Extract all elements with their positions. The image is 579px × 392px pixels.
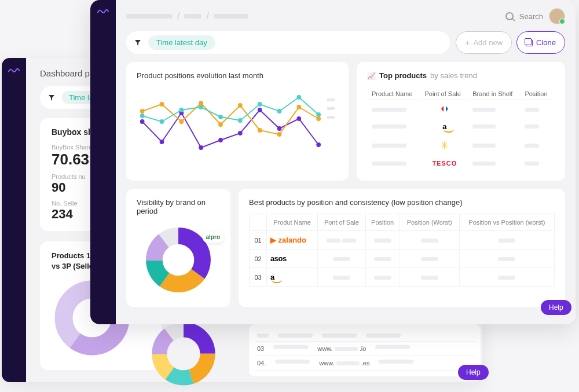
svg-point-37 <box>296 95 301 100</box>
svg-point-27 <box>296 105 301 109</box>
svg-point-38 <box>316 112 321 117</box>
search-placeholder[interactable]: Search <box>519 12 543 21</box>
front-content: / / Search Time latest day + Add new <box>116 0 576 324</box>
help-button[interactable]: Help <box>458 365 489 380</box>
amazon-logo-icon: a <box>442 122 446 131</box>
table-row[interactable]: a <box>368 119 554 134</box>
back-url-table: 03 www. .io 04. www. .es <box>249 324 481 376</box>
svg-point-22 <box>199 101 203 105</box>
clone-button[interactable]: Clone <box>516 31 565 54</box>
svg-point-21 <box>179 119 184 124</box>
svg-point-30 <box>160 119 164 124</box>
svg-point-16 <box>277 126 282 131</box>
svg-point-24 <box>238 103 243 108</box>
col-header: Position <box>365 214 400 231</box>
best-products-card: Best products by position and consistenc… <box>239 189 565 307</box>
svg-point-9 <box>140 119 145 124</box>
svg-point-13 <box>218 138 223 142</box>
svg-point-33 <box>218 115 223 119</box>
secondary-donut <box>146 316 227 391</box>
add-new-button[interactable]: + Add new <box>456 31 512 54</box>
row-index: 04. <box>257 360 266 367</box>
col-header: Brand in Shelf <box>469 88 520 100</box>
asos-logo-icon: asos <box>270 254 287 263</box>
row-index: 03 <box>257 345 264 352</box>
table-row[interactable]: ✳ <box>368 135 554 155</box>
url-prefix: www. <box>319 360 334 367</box>
url-suffix: .io <box>360 345 367 352</box>
table-row: 03 www. .io <box>255 342 475 356</box>
svg-point-18 <box>316 142 321 147</box>
tesco-logo-icon: TESCO <box>432 160 457 167</box>
carrefour-logo-icon <box>439 105 450 114</box>
filter-bar[interactable]: Time latest day <box>126 31 450 54</box>
col-header: Position vs Position (worst) <box>459 214 554 231</box>
alpro-badge: alpro <box>203 232 223 243</box>
table-row[interactable]: TESCO <box>368 156 554 170</box>
table-row[interactable]: 03 a <box>250 268 555 287</box>
svg-point-32 <box>199 105 203 109</box>
col-header: Position (Worst) <box>400 214 459 231</box>
svg-rect-41 <box>327 116 335 119</box>
svg-point-14 <box>238 131 243 135</box>
svg-point-34 <box>238 118 243 123</box>
table-row[interactable] <box>368 101 554 118</box>
chart-up-icon: 📈 <box>367 72 376 80</box>
svg-point-20 <box>160 102 164 107</box>
table-row[interactable]: 01 ▶ zalando <box>250 231 555 250</box>
url-prefix: www. <box>317 345 332 352</box>
topbar: / / Search <box>126 8 565 24</box>
svg-point-23 <box>218 122 223 127</box>
amazon-logo-icon: a <box>270 273 274 281</box>
front-sidebar <box>90 0 116 324</box>
plus-icon: + <box>465 38 470 47</box>
svg-point-19 <box>140 109 145 113</box>
svg-point-29 <box>140 113 145 118</box>
best-products-title: Best products by position and consistenc… <box>249 198 555 207</box>
table-row[interactable]: 02 asos <box>250 250 555 268</box>
search-icon[interactable] <box>505 12 514 20</box>
row-index: 02 <box>254 255 261 262</box>
logo-icon <box>97 7 109 15</box>
top-products-subtitle: by sales trend <box>430 71 477 80</box>
row-index: 01 <box>254 237 261 244</box>
col-header: Pont of Sale <box>318 214 366 231</box>
svg-point-31 <box>179 108 184 112</box>
positions-evolution-card: Product positions evolution last month <box>126 62 349 181</box>
back-sidebar <box>2 58 26 382</box>
svg-point-25 <box>258 128 262 133</box>
logo-icon <box>8 66 20 74</box>
col-header: Position <box>521 88 554 100</box>
table-row <box>255 330 475 342</box>
best-products-table: Produt Name Pont of Sale Position Positi… <box>249 214 555 287</box>
col-header: Product Name <box>368 88 420 100</box>
avatar[interactable] <box>549 8 565 24</box>
svg-point-26 <box>277 132 282 137</box>
zalando-logo-icon: ▶ zalando <box>270 236 306 244</box>
filter-chip[interactable]: Time latest day <box>148 35 215 50</box>
url-suffix: .es <box>361 360 370 367</box>
visibility-title: Visibility by brand on period <box>137 198 220 215</box>
table-row: 04. www. .es <box>255 356 475 371</box>
filter-icon <box>134 39 141 46</box>
add-new-label: Add new <box>473 38 503 47</box>
front-dashboard-window: / / Search Time latest day + Add new <box>90 0 576 324</box>
svg-point-15 <box>258 108 262 112</box>
svg-point-12 <box>199 145 203 150</box>
svg-point-17 <box>296 116 301 121</box>
svg-point-28 <box>316 116 321 121</box>
search-area: Search <box>505 8 565 24</box>
top-products-table: Product Name Point of Sale Brand in Shel… <box>367 87 555 171</box>
visibility-card: Visibility by brand on period alpro <box>126 189 230 307</box>
svg-rect-39 <box>327 98 335 101</box>
svg-rect-40 <box>327 107 335 110</box>
filter-icon <box>48 94 55 101</box>
filter-action-row: Time latest day + Add new Clone <box>126 31 565 54</box>
clone-label: Clone <box>536 38 556 47</box>
row-index: 03 <box>254 274 261 281</box>
help-button[interactable]: Help <box>541 300 571 315</box>
action-buttons: + Add new Clone <box>456 31 565 54</box>
col-header <box>250 214 267 231</box>
top-products-title: Top products <box>379 71 427 80</box>
col-header: Produt Name <box>267 214 318 231</box>
